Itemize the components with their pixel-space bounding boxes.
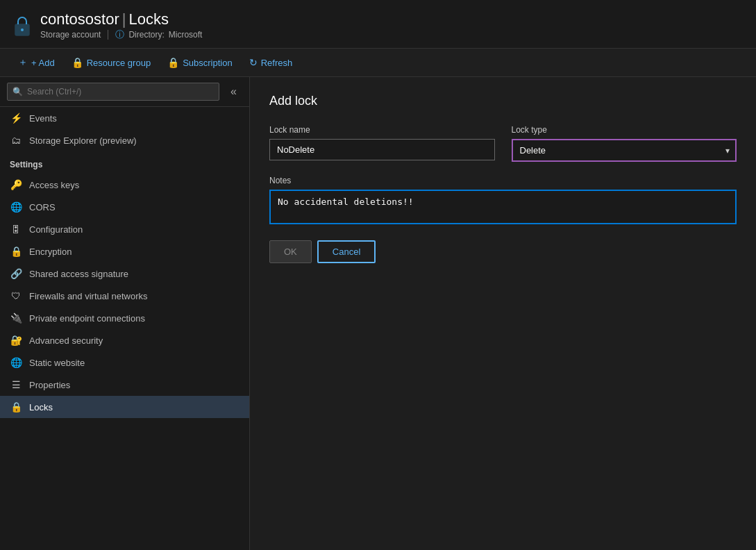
add-icon: ＋ [18, 56, 28, 69]
sidebar-item-label: Firewalls and virtual networks [29, 291, 148, 301]
sidebar-item-properties[interactable]: ☰ Properties [0, 374, 249, 396]
resource-group-button[interactable]: 🔒 Resource group [65, 53, 158, 72]
lock-type-select[interactable]: Delete Read-only [512, 139, 737, 162]
button-row: OK Cancel [269, 240, 737, 263]
collapse-button[interactable]: « [225, 83, 242, 101]
svg-point-1 [21, 28, 24, 31]
panel-inner: Add lock Lock name Lock type Delete Read… [250, 77, 756, 280]
lock-name-input[interactable] [269, 139, 495, 160]
lock-type-select-wrapper: Delete Read-only ▾ [512, 139, 737, 162]
events-icon: ⚡ [10, 112, 22, 124]
firewalls-icon: 🛡 [10, 290, 22, 302]
lock-name-label: Lock name [269, 125, 495, 135]
sidebar-item-label: Properties [29, 380, 70, 390]
refresh-button[interactable]: ↻ Refresh [242, 53, 300, 72]
sidebar-item-label: Configuration [29, 224, 83, 235]
form-row-lock: Lock name Lock type Delete Read-only ▾ [269, 125, 737, 162]
sidebar-item-encryption[interactable]: 🔒 Encryption [0, 240, 249, 262]
properties-icon: ☰ [10, 378, 22, 391]
cancel-button[interactable]: Cancel [317, 240, 376, 263]
configuration-icon: 🎛 [10, 223, 22, 235]
cors-icon: 🌐 [10, 201, 22, 213]
encryption-icon: 🔒 [10, 245, 22, 258]
sidebar-item-label: Access keys [29, 180, 79, 190]
subtitle-divider [108, 30, 108, 40]
subscription-button[interactable]: 🔒 Subscription [160, 53, 240, 72]
info-icon: ⓘ [115, 28, 124, 41]
sidebar-item-label: Locks [29, 402, 53, 412]
sidebar-item-label: Encryption [29, 247, 72, 257]
content-panel: Add lock Lock name Lock type Delete Read… [250, 77, 756, 550]
notes-label: Notes [269, 176, 737, 185]
sidebar-item-label: Private endpoint connections [29, 313, 145, 324]
private-endpoint-icon: 🔌 [10, 312, 22, 324]
advanced-security-icon: 🔐 [10, 334, 22, 347]
ok-button[interactable]: OK [269, 240, 312, 263]
lock-icon-toolbar: 🔒 [72, 57, 83, 68]
sidebar-item-configuration[interactable]: 🎛 Configuration [0, 218, 249, 240]
sidebar-item-storage-explorer[interactable]: 🗂 Storage Explorer (preview) [0, 129, 249, 151]
sidebar-item-events[interactable]: ⚡ Events [0, 107, 249, 129]
notes-input[interactable]: No accidental deletions!! [269, 190, 737, 224]
sidebar-item-cors[interactable]: 🌐 CORS [0, 196, 249, 218]
sidebar-item-label: CORS [29, 202, 56, 212]
panel-title: Add lock [269, 94, 737, 108]
lock-name-field: Lock name [269, 125, 495, 160]
header: contosostor|Locks Storage account ⓘ Dire… [0, 0, 756, 49]
sidebar-item-locks[interactable]: 🔒 Locks [0, 396, 249, 418]
sidebar-item-access-keys[interactable]: 🔑 Access keys [0, 174, 249, 196]
add-button[interactable]: ＋ + Add [11, 53, 62, 72]
header-subtitle: Storage account ⓘ Directory: Microsoft [40, 28, 202, 41]
sidebar-item-static-website[interactable]: 🌐 Static website [0, 351, 249, 374]
lock-type-label: Lock type [512, 125, 737, 135]
static-website-icon: 🌐 [10, 356, 22, 369]
lock-type-field: Lock type Delete Read-only ▾ [512, 125, 737, 162]
search-icon: 🔍 [12, 87, 23, 97]
search-input[interactable] [7, 83, 219, 101]
shared-access-icon: 🔗 [10, 267, 22, 280]
sidebar-item-private-endpoints[interactable]: 🔌 Private endpoint connections [0, 307, 249, 329]
sidebar-item-label: Storage Explorer (preview) [29, 135, 137, 146]
sidebar-scroll: ⚡ Events 🗂 Storage Explorer (preview) Se… [0, 107, 249, 550]
subscription-icon: 🔒 [167, 57, 179, 68]
notes-section: Notes No accidental deletions!! [269, 176, 737, 226]
sidebar-item-shared-access-signature[interactable]: 🔗 Shared access signature [0, 262, 249, 285]
sidebar-item-firewalls[interactable]: 🛡 Firewalls and virtual networks [0, 285, 249, 307]
page-title: contosostor|Locks [40, 10, 202, 28]
search-bar: 🔍 « [0, 77, 249, 107]
locks-icon: 🔒 [10, 401, 22, 413]
header-lock-icon [11, 15, 33, 37]
sidebar-item-label: Advanced security [29, 335, 103, 346]
toolbar: ＋ + Add 🔒 Resource group 🔒 Subscription … [0, 49, 756, 77]
sidebar: 🔍 « ⚡ Events 🗂 Storage Explorer (preview… [0, 77, 250, 550]
storage-explorer-icon: 🗂 [10, 134, 22, 147]
refresh-icon: ↻ [249, 57, 258, 68]
main-layout: 🔍 « ⚡ Events 🗂 Storage Explorer (preview… [0, 77, 756, 550]
access-keys-icon: 🔑 [10, 178, 22, 191]
sidebar-item-advanced-security[interactable]: 🔐 Advanced security [0, 329, 249, 351]
sidebar-item-label: Static website [29, 358, 85, 368]
sidebar-item-label: Shared access signature [29, 269, 128, 279]
sidebar-item-label: Events [29, 113, 57, 124]
header-title-block: contosostor|Locks Storage account ⓘ Dire… [40, 10, 202, 41]
settings-section-label: Settings [0, 151, 249, 174]
